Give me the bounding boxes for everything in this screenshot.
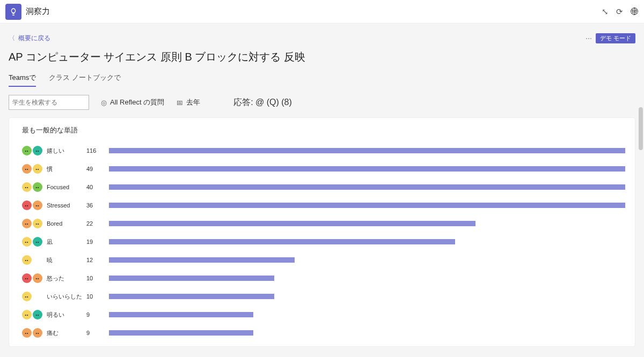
- tabs: Teamsでクラス ノートブックで: [9, 70, 635, 87]
- row-value: 19: [86, 239, 108, 245]
- row-emojis: ••••: [22, 164, 46, 174]
- bar-track: [109, 166, 625, 172]
- row-value: 116: [86, 147, 108, 154]
- bar-track: [109, 184, 625, 190]
- row-emojis: ••••: [22, 310, 46, 319]
- emoji-orange-icon: ••: [33, 328, 42, 338]
- filter-reflect-label: All Reflect の質問: [110, 98, 164, 107]
- page-body: 〈 概要に戻る ⋯ デモ モード AP コンピューター サイエンス 原則 B ブ…: [0, 24, 644, 347]
- row-value: 9: [86, 330, 108, 336]
- bar-track: [109, 221, 625, 226]
- emoji-green-icon: ••: [22, 146, 32, 155]
- row-value: 12: [86, 257, 108, 263]
- bar-fill: [109, 148, 625, 153]
- row-label: Stressed: [47, 202, 85, 209]
- filter-reflect-question[interactable]: ◎ All Reflect の質問: [101, 98, 164, 107]
- responses-count: 応答: @ (Q) (8): [233, 97, 292, 108]
- scrollbar-thumb[interactable]: [639, 107, 643, 150]
- bar-row: ••••怒った10: [22, 269, 625, 287]
- row-label: 痛む: [47, 329, 85, 337]
- common-words-card: 最も一般的な単語 ••••嬉しい116••••慣49••••Focused40•…: [9, 117, 635, 347]
- bar-fill: [109, 184, 625, 190]
- bar-row: ••••明るい9: [22, 306, 625, 324]
- row-emojis: ••••: [22, 219, 46, 228]
- top-bar: 洞察力 ⤡ ⟳ 🌐︎: [0, 0, 644, 24]
- emoji-red-icon: ••: [22, 200, 32, 210]
- bar-fill: [109, 239, 455, 244]
- row-emojis: ••••: [22, 146, 46, 155]
- globe-icon[interactable]: 🌐︎: [631, 7, 639, 17]
- bar-track: [109, 276, 625, 281]
- emoji-yellow-icon: ••: [33, 164, 42, 174]
- back-chevron-icon[interactable]: 〈: [9, 34, 15, 43]
- row-value: 9: [86, 311, 108, 318]
- bar-track: [109, 257, 625, 263]
- emoji-yellow-icon: ••: [22, 237, 32, 247]
- bar-row: ••••Focused40: [22, 178, 625, 196]
- bar-track: [109, 312, 625, 317]
- emoji-teal-icon: ••: [33, 237, 42, 247]
- row-label: 明るい: [47, 311, 85, 319]
- row-value: 40: [86, 184, 108, 190]
- emoji-yellow-icon: ••: [22, 292, 32, 301]
- emoji-green-icon: ••: [33, 182, 42, 192]
- bar-row: ••••Stressed36: [22, 196, 625, 214]
- row-value: 49: [86, 166, 108, 172]
- row-label: Bored: [47, 220, 85, 227]
- emoji-orange-icon: ••: [22, 164, 32, 174]
- row-emojis: ••: [22, 255, 46, 265]
- more-options-icon[interactable]: ⋯: [586, 35, 592, 42]
- emoji-yellow-icon: ••: [22, 310, 32, 319]
- emoji-teal-icon: ••: [33, 310, 42, 319]
- row-label: 慣: [47, 165, 85, 173]
- emoji-teal-icon: ••: [33, 146, 42, 155]
- bar-track: [109, 203, 625, 208]
- target-icon: ◎: [101, 99, 107, 107]
- back-link[interactable]: 概要に戻る: [18, 34, 50, 43]
- filter-bar: ◎ All Reflect の質問 📅︎ 去年 応答: @ (Q) (8): [9, 95, 635, 110]
- search-student-input[interactable]: [9, 95, 89, 110]
- row-value: 10: [86, 293, 108, 300]
- bar-row: ••••凪19: [22, 233, 625, 251]
- emoji-orange-icon: ••: [33, 200, 42, 210]
- row-label: Focused: [47, 184, 85, 190]
- tab-Teamsで[interactable]: Teamsで: [9, 70, 36, 87]
- calendar-icon: 📅︎: [176, 99, 183, 107]
- bar-fill: [109, 294, 274, 299]
- bar-fill: [109, 203, 625, 208]
- bar-row: ••••痛む9: [22, 324, 625, 342]
- emoji-orange-icon: ••: [33, 273, 42, 283]
- bar-fill: [109, 166, 625, 172]
- bar-row: ••••慣49: [22, 160, 625, 178]
- row-emojis: ••••: [22, 237, 46, 247]
- bar-fill: [109, 330, 253, 336]
- filter-period[interactable]: 📅︎ 去年: [176, 98, 200, 107]
- card-title: 最も一般的な単語: [22, 125, 625, 135]
- app-lightbulb-icon: [5, 4, 21, 20]
- refresh-icon[interactable]: ⟳: [616, 7, 623, 17]
- bar-fill: [109, 221, 475, 226]
- row-value: 10: [86, 275, 108, 281]
- row-label: 嬉しい: [47, 147, 85, 155]
- row-label: 暁: [47, 256, 85, 264]
- emoji-orange-icon: ••: [22, 328, 32, 338]
- row-emojis: ••••: [22, 182, 46, 192]
- filter-period-label: 去年: [186, 98, 200, 107]
- collapse-icon[interactable]: ⤡: [602, 7, 609, 17]
- row-value: 22: [86, 220, 108, 227]
- emoji-yellow-icon: ••: [22, 255, 32, 265]
- app-title: 洞察力: [26, 6, 50, 17]
- demo-mode-badge: デモ モード: [596, 33, 635, 43]
- bar-chart: ••••嬉しい116••••慣49••••Focused40••••Stress…: [22, 142, 625, 342]
- bar-row: ••••Bored22: [22, 214, 625, 233]
- row-emojis: ••••: [22, 273, 46, 283]
- emoji-red-icon: ••: [22, 273, 32, 283]
- row-label: 凪: [47, 238, 85, 246]
- emoji-yellow-icon: ••: [22, 182, 32, 192]
- bar-fill: [109, 257, 295, 263]
- bar-row: ••暁12: [22, 251, 625, 269]
- bar-track: [109, 294, 625, 299]
- row-value: 36: [86, 202, 108, 209]
- row-label: いらいらした: [47, 293, 85, 301]
- tab-クラス ノートブックで[interactable]: クラス ノートブックで: [49, 70, 121, 87]
